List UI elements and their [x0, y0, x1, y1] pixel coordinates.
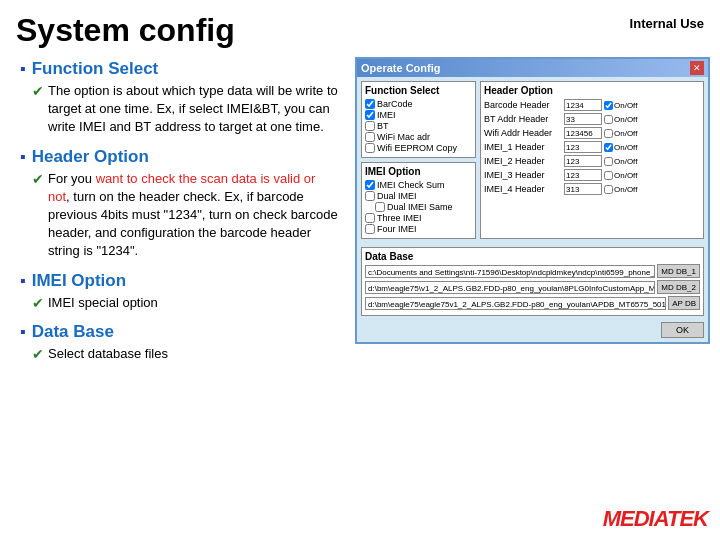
section-function-select: ▪ Function Select ✔ The option is about … — [20, 59, 339, 137]
page-title: System config — [16, 12, 235, 49]
imei2-header-checkbox[interactable] — [604, 157, 613, 166]
dialog-close-button[interactable]: ✕ — [690, 61, 704, 75]
dual-imei-same-checkbox[interactable] — [375, 202, 385, 212]
md-db2-button[interactable]: MD DB_2 — [657, 280, 700, 294]
bt-header-input[interactable] — [564, 113, 602, 125]
highlight-text: want to check the scan data is valid or … — [48, 171, 315, 204]
imei3-header-input[interactable] — [564, 169, 602, 181]
imei4-header-input[interactable] — [564, 183, 602, 195]
imei-checksum-label: IMEI Check Sum — [377, 180, 445, 190]
header-row-imei2: IMEI_2 Header On/Off — [484, 155, 700, 167]
barcode-label: BarCode — [377, 99, 413, 109]
imei-label: IMEI — [377, 110, 396, 120]
func-item-wifi-eeprom: Wifi EEPROM Copy — [365, 143, 472, 153]
dialog-body: Function Select BarCode IMEI BT — [357, 77, 708, 243]
imei4-header-label: IMEI_4 Header — [484, 184, 562, 194]
header-row-wifi: Wifi Addr Header On/Off — [484, 127, 700, 139]
checkmark-icon: ✔ — [32, 171, 44, 187]
barcode-header-input[interactable] — [564, 99, 602, 111]
header-row-barcode: Barcode Header On/Off — [484, 99, 700, 111]
bullet-icon: ▪ — [20, 323, 26, 341]
header-row-imei3: IMEI_3 Header On/Off — [484, 169, 700, 181]
imei-option-desc: ✔ IMEI special option — [20, 294, 339, 312]
main-content: ▪ Function Select ✔ The option is about … — [0, 53, 720, 513]
three-imei-label: Three IMEI — [377, 213, 422, 223]
wifi-header-checkbox[interactable] — [604, 129, 613, 138]
left-panel: ▪ Function Select ✔ The option is about … — [0, 53, 355, 513]
imei4-onoff-label: On/Off — [614, 185, 637, 194]
ap-db-button[interactable]: AP DB — [668, 296, 700, 310]
database-section-title: Data Base — [365, 251, 700, 262]
three-imei-item: Three IMEI — [365, 213, 472, 223]
imei-checksum-item: IMEI Check Sum — [365, 180, 472, 190]
imei2-header-onoff: On/Off — [604, 157, 637, 166]
section-imei-option: ▪ IMEI Option ✔ IMEI special option — [20, 271, 339, 312]
bt-header-checkbox[interactable] — [604, 115, 613, 124]
imei-option-box-title: IMEI Option — [365, 166, 472, 177]
dialog-left-col: Function Select BarCode IMEI BT — [361, 81, 476, 239]
wifi-eeprom-checkbox[interactable] — [365, 143, 375, 153]
function-select-title: ▪ Function Select — [20, 59, 339, 79]
dialog-right-col: Header Option Barcode Header On/Off BT A… — [480, 81, 704, 239]
ok-button[interactable]: OK — [661, 322, 704, 338]
imei-checkbox[interactable] — [365, 110, 375, 120]
header-option-box: Header Option Barcode Header On/Off BT A… — [480, 81, 704, 239]
imei1-header-input[interactable] — [564, 141, 602, 153]
checkmark-icon: ✔ — [32, 83, 44, 99]
barcode-header-checkbox[interactable] — [604, 101, 613, 110]
wifi-eeprom-label: Wifi EEPROM Copy — [377, 143, 457, 153]
barcode-checkbox[interactable] — [365, 99, 375, 109]
imei1-header-checkbox[interactable] — [604, 143, 613, 152]
wifi-header-input[interactable] — [564, 127, 602, 139]
ok-row: OK — [357, 320, 708, 342]
checkmark-icon: ✔ — [32, 346, 44, 362]
imei3-onoff-label: On/Off — [614, 171, 637, 180]
db-path-3: d:\bm\eagle75\eagle75v1_2_ALPS.GB2.FDD-p… — [365, 297, 666, 310]
imei2-onoff-label: On/Off — [614, 157, 637, 166]
bullet-icon: ▪ — [20, 148, 26, 166]
imei3-header-onoff: On/Off — [604, 171, 637, 180]
function-select-box-title: Function Select — [365, 85, 472, 96]
db-path-2: d:\bm\eagle75\v1_2_ALPS.GB2.FDD-p80_eng_… — [365, 281, 655, 294]
bt-checkbox[interactable] — [365, 121, 375, 131]
four-imei-checkbox[interactable] — [365, 224, 375, 234]
wifi-mac-label: WiFi Mac adr — [377, 132, 430, 142]
barcode-header-label: Barcode Header — [484, 100, 562, 110]
data-base-desc: ✔ Select database files — [20, 345, 339, 363]
page-header: System config Internal Use — [0, 0, 720, 53]
func-item-barcode: BarCode — [365, 99, 472, 109]
dual-imei-checkbox[interactable] — [365, 191, 375, 201]
md-db1-button[interactable]: MD DB_1 — [657, 264, 700, 278]
imei1-header-onoff: On/Off — [604, 143, 637, 152]
imei3-header-checkbox[interactable] — [604, 171, 613, 180]
bt-onoff-label: On/Off — [614, 115, 637, 124]
func-item-wifi-mac: WiFi Mac adr — [365, 132, 472, 142]
section-header-option: ▪ Header Option ✔ For you want to check … — [20, 147, 339, 261]
imei3-header-label: IMEI_3 Header — [484, 170, 562, 180]
imei1-header-label: IMEI_1 Header — [484, 142, 562, 152]
four-imei-item: Four IMEI — [365, 224, 472, 234]
header-option-title: ▪ Header Option — [20, 147, 339, 167]
wifi-header-onoff: On/Off — [604, 129, 637, 138]
imei-option-box: IMEI Option IMEI Check Sum Dual IMEI Dua… — [361, 162, 476, 239]
imei-option-title: ▪ IMEI Option — [20, 271, 339, 291]
function-select-box: Function Select BarCode IMEI BT — [361, 81, 476, 158]
bt-label: BT — [377, 121, 389, 131]
imei-checksum-checkbox[interactable] — [365, 180, 375, 190]
imei2-header-input[interactable] — [564, 155, 602, 167]
dual-imei-item: Dual IMEI — [365, 191, 472, 201]
header-option-desc: ✔ For you want to check the scan data is… — [20, 170, 339, 261]
function-select-desc: ✔ The option is about which type data wi… — [20, 82, 339, 137]
database-section: Data Base c:\Documents and Settings\nti-… — [361, 247, 704, 316]
bullet-icon: ▪ — [20, 272, 26, 290]
three-imei-checkbox[interactable] — [365, 213, 375, 223]
wifi-mac-checkbox[interactable] — [365, 132, 375, 142]
db-path-1: c:\Documents and Settings\nti-71596\Desk… — [365, 265, 655, 278]
section-data-base: ▪ Data Base ✔ Select database files — [20, 322, 339, 363]
header-option-box-title: Header Option — [484, 85, 700, 96]
db-row-3: d:\bm\eagle75\eagle75v1_2_ALPS.GB2.FDD-p… — [365, 296, 700, 310]
dual-imei-same-item: Dual IMEI Same — [365, 202, 472, 212]
four-imei-label: Four IMEI — [377, 224, 417, 234]
bt-header-onoff: On/Off — [604, 115, 637, 124]
imei4-header-checkbox[interactable] — [604, 185, 613, 194]
